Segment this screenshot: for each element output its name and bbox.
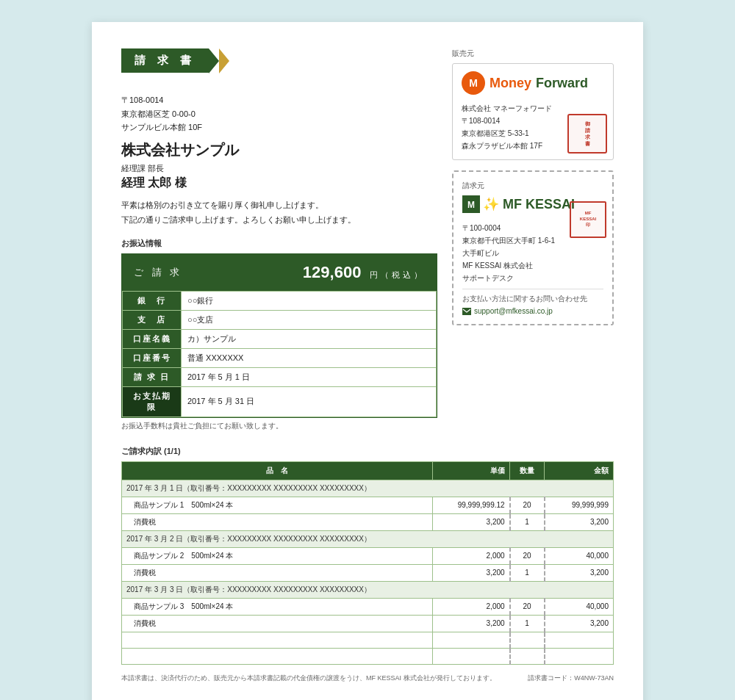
table-row: 商品サンプル 3 500ml×24 本2,0002040,000 bbox=[122, 598, 614, 615]
footer-text: 本請求書は、決済代行のため、販売元から本請求書記載の代金債権の譲渡をうけ、MF … bbox=[121, 674, 496, 683]
item-price-cell: 2,000 bbox=[432, 547, 510, 564]
bank-value-cell: 2017 年 5 月 1 日 bbox=[182, 367, 437, 386]
item-name-cell: 商品サンプル 3 500ml×24 本 bbox=[122, 598, 433, 615]
request-label: ご 請 求 bbox=[134, 266, 182, 279]
empty-row bbox=[122, 632, 614, 648]
payment-unit: 円（税込） bbox=[370, 270, 425, 279]
col-header-price: 単価 bbox=[432, 461, 510, 480]
item-qty-cell: 20 bbox=[510, 598, 545, 615]
mf-kessai-icon: M bbox=[462, 195, 480, 213]
item-qty-cell: 20 bbox=[510, 497, 545, 513]
recipient-name: 経理 太郎 様 bbox=[121, 176, 437, 191]
bank-label-cell: 支 店 bbox=[123, 310, 182, 329]
payment-box: ご 請 求 129,600 円（税込） 銀 行○○銀行支 店○○支店口座名義カ）… bbox=[121, 253, 437, 418]
item-price-cell: 3,200 bbox=[432, 513, 510, 530]
group-header-cell: 2017 年 3 月 3 日（取引番号：XXXXXXXXX XXXXXXXXX … bbox=[122, 581, 614, 598]
table-row: 消費税3,20013,200 bbox=[122, 615, 614, 632]
svg-rect-4 bbox=[462, 308, 471, 315]
billing-seal: MFKESSAI印 bbox=[570, 201, 606, 238]
col-header-qty: 数量 bbox=[510, 461, 545, 480]
invoice-code: 請求書コード：W4NW-73AN bbox=[528, 674, 614, 683]
bank-row: 口座番号普通 XXXXXXX bbox=[123, 348, 437, 367]
svg-text:M: M bbox=[469, 77, 478, 89]
payment-header: ご 請 求 129,600 円（税込） bbox=[122, 254, 437, 291]
group-header-cell: 2017 年 3 月 1 日（取引番号：XXXXXXXXX XXXXXXXXX … bbox=[122, 480, 614, 497]
invoice-title: 請 求 書 bbox=[121, 48, 209, 73]
col-header-name: 品 名 bbox=[122, 461, 433, 480]
recipient-dept: 経理課 部長 bbox=[121, 163, 437, 174]
mf-kessai-text: ✨ MF KESSAI bbox=[483, 196, 575, 212]
item-price-cell: 3,200 bbox=[432, 615, 510, 632]
bank-label-cell: 口座番号 bbox=[123, 348, 182, 367]
item-price-cell: 3,200 bbox=[432, 564, 510, 581]
bank-value-cell: 2017 年 5 月 31 日 bbox=[182, 386, 437, 416]
empty-row bbox=[122, 648, 614, 664]
bank-label-cell: 銀 行 bbox=[123, 291, 182, 310]
item-total-cell: 40,000 bbox=[545, 598, 614, 615]
table-header-row: 品 名 単価 数量 金額 bbox=[122, 461, 614, 480]
fee-note: お振込手数料は貴社ご負担にてお願い致します。 bbox=[121, 421, 437, 431]
group-header-row: 2017 年 3 月 2 日（取引番号：XXXXXXXXX XXXXXXXXX … bbox=[122, 530, 614, 547]
svg-text:M: M bbox=[467, 200, 475, 210]
payment-section-label: お振込情報 bbox=[121, 238, 437, 249]
logo-forward-text: Forward bbox=[536, 76, 588, 91]
logo-money-text: Money bbox=[490, 76, 531, 91]
billing-label: 請求元 bbox=[462, 181, 603, 191]
col-header-total: 金額 bbox=[545, 461, 614, 480]
bank-row: お支払期限2017 年 5 月 31 日 bbox=[123, 386, 437, 416]
seller-label: 販売元 bbox=[452, 48, 614, 59]
contact-label: お支払い方法に関するお問い合わせ先 support@mfkessai.co.jp bbox=[462, 289, 603, 315]
email-icon bbox=[462, 308, 471, 315]
item-qty-cell: 1 bbox=[510, 615, 545, 632]
item-total-cell: 3,200 bbox=[545, 564, 614, 581]
billing-box: 請求元 M ✨ MF KESSAI 〒100-0004 bbox=[452, 170, 614, 325]
right-column: 販売元 M Money Forward 株式会社 マネーフォワード 〒108-0… bbox=[452, 48, 614, 431]
top-section: 請 求 書 〒108-0014 東京都港区芝 0-00-0 サンプルビル本館 1… bbox=[121, 48, 614, 431]
item-total-cell: 40,000 bbox=[545, 547, 614, 564]
seller-box: M Money Forward 株式会社 マネーフォワード 〒108-0014 … bbox=[452, 63, 614, 160]
table-row: 商品サンプル 1 500ml×24 本99,999,999.122099,999… bbox=[122, 497, 614, 513]
money-forward-logo: M Money Forward bbox=[462, 71, 604, 95]
left-column: 請 求 書 〒108-0014 東京都港区芝 0-00-0 サンプルビル本館 1… bbox=[121, 48, 437, 431]
bank-label-cell: お支払期限 bbox=[123, 386, 182, 416]
bank-value-cell: ○○支店 bbox=[182, 310, 437, 329]
greeting: 平素は格別のお引き立てを賜り厚く御礼申し上げます。 下記の通りご請求申し上げます… bbox=[121, 198, 437, 228]
details-table: 品 名 単価 数量 金額 2017 年 3 月 1 日（取引番号：XXXXXXX… bbox=[121, 461, 614, 665]
item-name-cell: 商品サンプル 1 500ml×24 本 bbox=[122, 497, 433, 513]
mf-logo-icon: M bbox=[462, 71, 485, 95]
item-name-cell: 消費税 bbox=[122, 513, 433, 530]
details-section: ご請求内訳 (1/1) 品 名 単価 数量 金額 2017 年 3 月 1 日（… bbox=[121, 446, 614, 665]
bank-table: 銀 行○○銀行支 店○○支店口座名義カ）サンプル口座番号普通 XXXXXXX請 … bbox=[122, 291, 437, 417]
item-qty-cell: 1 bbox=[510, 564, 545, 581]
payment-amount-group: 129,600 円（税込） bbox=[303, 263, 425, 282]
item-name-cell: 消費税 bbox=[122, 615, 433, 632]
table-row: 商品サンプル 2 500ml×24 本2,0002040,000 bbox=[122, 547, 614, 564]
group-header-row: 2017 年 3 月 3 日（取引番号：XXXXXXXXX XXXXXXXXX … bbox=[122, 581, 614, 598]
item-name-cell: 商品サンプル 2 500ml×24 本 bbox=[122, 547, 433, 564]
bank-label-cell: 口座名義 bbox=[123, 329, 182, 348]
details-section-label: ご請求内訳 (1/1) bbox=[121, 446, 614, 457]
email-line: support@mfkessai.co.jp bbox=[462, 307, 603, 315]
bank-value-cell: カ）サンプル bbox=[182, 329, 437, 348]
item-total-cell: 3,200 bbox=[545, 615, 614, 632]
bank-value-cell: ○○銀行 bbox=[182, 291, 437, 310]
recipient-address: 〒108-0014 東京都港区芝 0-00-0 サンプルビル本館 10F bbox=[121, 93, 437, 134]
table-row: 消費税3,20013,200 bbox=[122, 513, 614, 530]
group-header-cell: 2017 年 3 月 2 日（取引番号：XXXXXXXXX XXXXXXXXX … bbox=[122, 530, 614, 547]
item-price-cell: 99,999,999.12 bbox=[432, 497, 510, 513]
bank-row: 銀 行○○銀行 bbox=[123, 291, 437, 310]
invoice-document: 請 求 書 〒108-0014 東京都港区芝 0-00-0 サンプルビル本館 1… bbox=[92, 22, 643, 700]
footer-note: 本請求書は、決済代行のため、販売元から本請求書記載の代金債権の譲渡をうけ、MF … bbox=[121, 674, 614, 683]
item-price-cell: 2,000 bbox=[432, 598, 510, 615]
item-qty-cell: 1 bbox=[510, 513, 545, 530]
item-qty-cell: 20 bbox=[510, 547, 545, 564]
recipient-company: 株式会社サンプル bbox=[121, 140, 437, 160]
item-total-cell: 3,200 bbox=[545, 513, 614, 530]
group-header-row: 2017 年 3 月 1 日（取引番号：XXXXXXXXX XXXXXXXXX … bbox=[122, 480, 614, 497]
bank-row: 請 求 日2017 年 5 月 1 日 bbox=[123, 367, 437, 386]
seller-seal: 御請求書 bbox=[567, 114, 607, 154]
item-total-cell: 99,999,999 bbox=[545, 497, 614, 513]
bank-row: 支 店○○支店 bbox=[123, 310, 437, 329]
bank-label-cell: 請 求 日 bbox=[123, 367, 182, 386]
payment-amount: 129,600 bbox=[303, 263, 362, 281]
